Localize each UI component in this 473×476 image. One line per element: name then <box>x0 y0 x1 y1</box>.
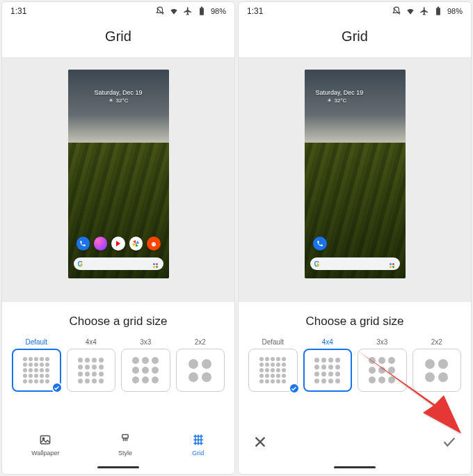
dnd-icon <box>392 6 401 16</box>
svg-rect-8 <box>122 435 128 438</box>
status-time: 1:31 <box>10 6 26 16</box>
cancel-button[interactable] <box>252 434 268 452</box>
reddit-app-icon <box>147 237 160 251</box>
svg-rect-1 <box>200 8 204 15</box>
phone-left: 1:31 98% Grid Saturday, Dec 19 ☀32°C <box>1 1 235 475</box>
preview-dock <box>310 237 400 251</box>
dnd-icon <box>155 6 165 16</box>
bottom-nav: Wallpaper Style Grid <box>2 425 234 462</box>
svg-point-3 <box>152 242 156 246</box>
phone-app-icon <box>313 237 327 251</box>
battery-pct: 98% <box>211 7 226 15</box>
confirm-bar <box>239 422 471 462</box>
status-time: 1:31 <box>247 6 263 16</box>
grid-option-default[interactable]: Default <box>12 338 61 392</box>
nav-wallpaper[interactable]: Wallpaper <box>31 433 59 457</box>
nav-style[interactable]: Style <box>118 433 132 457</box>
svg-rect-19 <box>436 8 440 15</box>
home-indicator[interactable] <box>97 466 139 468</box>
svg-rect-20 <box>438 7 439 8</box>
grid-option-3x3[interactable]: 3x3 <box>121 338 170 392</box>
grid-chooser: Choose a grid size Default 4x4 3x3 2x2 <box>2 302 234 399</box>
youtube-app-icon <box>111 237 125 251</box>
grid-option-4x4[interactable]: 4x4 <box>67 338 116 392</box>
grid-option-3x3[interactable]: 3x3 <box>358 338 407 392</box>
preview-search-bar: G <box>74 257 163 270</box>
photos-app-icon <box>129 237 143 251</box>
messenger-app-icon <box>94 237 107 251</box>
grid-option-default[interactable]: Default <box>248 338 298 392</box>
svg-rect-2 <box>201 7 202 8</box>
page-title: Grid <box>2 19 234 57</box>
airplane-icon <box>183 6 193 16</box>
svg-rect-6 <box>41 436 50 444</box>
home-indicator[interactable] <box>334 466 376 468</box>
battery-icon <box>433 6 443 16</box>
nav-grid-label: Grid <box>192 450 204 457</box>
status-icons: 98% <box>155 6 226 16</box>
svg-point-4 <box>152 244 153 244</box>
check-badge-icon <box>289 383 300 394</box>
status-bar: 1:31 98% <box>239 2 471 19</box>
grid-option-2x2[interactable]: 2x2 <box>412 338 462 392</box>
preview-dock <box>74 237 163 251</box>
status-icons: 98% <box>392 6 463 16</box>
wifi-icon <box>406 6 415 16</box>
preview-area: Saturday, Dec 19 ☀32°C G <box>2 57 234 302</box>
preview-area: Saturday, Dec 19 ☀32°C G <box>239 57 471 302</box>
status-bar: 1:31 98% <box>2 2 234 19</box>
nav-grid[interactable]: Grid <box>191 433 205 457</box>
chooser-heading: Choose a grid size <box>248 315 461 328</box>
grid-option-2x2[interactable]: 2x2 <box>176 338 225 392</box>
chooser-heading: Choose a grid size <box>12 315 225 328</box>
phone-app-icon <box>77 237 90 251</box>
wifi-icon <box>169 6 179 16</box>
battery-pct: 98% <box>447 7 463 15</box>
preview-date-widget: Saturday, Dec 19 ☀32°C <box>68 89 169 104</box>
grid-option-4x4[interactable]: 4x4 <box>303 338 353 392</box>
home-preview: Saturday, Dec 19 ☀32°C G <box>305 70 406 278</box>
battery-icon <box>197 6 207 16</box>
nav-style-label: Style <box>118 450 132 457</box>
nav-wallpaper-label: Wallpaper <box>31 450 59 457</box>
check-badge-icon <box>51 382 63 393</box>
preview-search-bar: G <box>310 257 400 270</box>
phone-right: 1:31 98% Grid Saturday, Dec 19 ☀32°C G C… <box>238 1 472 475</box>
grid-chooser: Choose a grid size Default 4x4 3x3 2x2 <box>239 302 471 399</box>
airplane-icon <box>419 6 429 16</box>
page-title: Grid <box>239 19 471 57</box>
home-preview: Saturday, Dec 19 ☀32°C G <box>68 70 169 278</box>
apply-button[interactable] <box>442 434 457 452</box>
svg-point-5 <box>154 244 155 244</box>
preview-date-widget: Saturday, Dec 19 ☀32°C <box>305 89 406 104</box>
